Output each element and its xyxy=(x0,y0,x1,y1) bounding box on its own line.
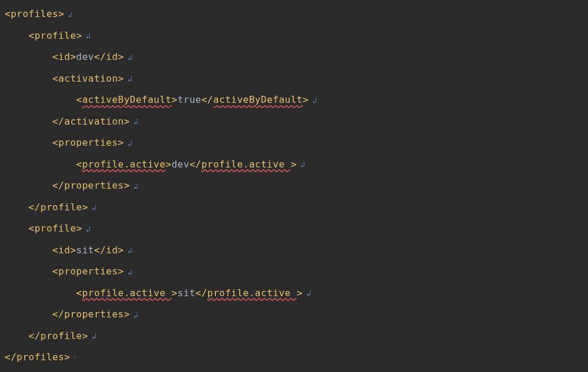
xml-tag[interactable]: profile.active xyxy=(82,159,166,170)
xml-text[interactable]: sit xyxy=(178,287,195,299)
xml-tag[interactable]: profile.active xyxy=(208,287,297,299)
code-line[interactable]: </profiles>◦ xyxy=(5,347,583,368)
indent xyxy=(5,287,76,299)
code-line[interactable]: </profile>↲ xyxy=(5,326,583,347)
xml-tag[interactable]: activeByDefault xyxy=(213,94,303,105)
newline-icon: ↲ xyxy=(303,283,312,304)
newline-icon: ↲ xyxy=(124,133,133,154)
xml-tag[interactable]: > xyxy=(172,94,178,105)
code-line[interactable]: <id>dev</id>↲ xyxy=(5,46,583,68)
xml-tag[interactable]: <profile> xyxy=(29,223,82,234)
indent xyxy=(5,159,76,170)
xml-tag[interactable]: </ xyxy=(189,159,201,170)
code-line[interactable]: </activation>↲ xyxy=(5,111,583,133)
code-line[interactable]: <profile.active >sit</profile.active >↲ xyxy=(5,283,583,304)
xml-text[interactable]: dev xyxy=(172,159,189,170)
newline-icon: ↲ xyxy=(88,197,97,218)
xml-tag[interactable]: profile.active xyxy=(82,287,172,299)
indent xyxy=(5,330,29,341)
newline-icon: ↲ xyxy=(124,68,133,89)
newline-icon: ↲ xyxy=(124,240,133,261)
xml-tag[interactable]: < xyxy=(76,287,82,299)
xml-tag[interactable]: <properties> xyxy=(52,137,124,148)
xml-tag[interactable]: > xyxy=(172,287,178,299)
newline-icon: ↲ xyxy=(124,262,133,283)
indent xyxy=(5,73,52,84)
indent xyxy=(5,180,52,191)
xml-text[interactable]: dev xyxy=(76,51,94,62)
code-line[interactable]: <activeByDefault>true</activeByDefault>↲ xyxy=(5,89,583,111)
xml-tag[interactable]: > xyxy=(166,159,172,170)
xml-tag[interactable]: </ xyxy=(201,94,213,105)
indent xyxy=(5,116,52,127)
xml-tag[interactable]: </properties> xyxy=(52,180,130,191)
xml-tag[interactable]: > xyxy=(290,159,296,170)
indent xyxy=(5,51,52,62)
code-line[interactable]: <activation>↲ xyxy=(5,68,583,90)
xml-tag[interactable]: </activation> xyxy=(52,116,130,127)
newline-icon: ↲ xyxy=(130,304,139,326)
caret-icon: ◦ xyxy=(70,347,77,368)
newline-icon: ↲ xyxy=(309,90,318,111)
newline-icon: ↲ xyxy=(124,47,133,68)
xml-tag[interactable]: < xyxy=(76,159,82,170)
xml-tag[interactable]: <profiles> xyxy=(5,8,64,19)
xml-tag[interactable]: </properties> xyxy=(52,309,130,320)
xml-tag[interactable]: activeByDefault xyxy=(82,94,172,105)
indent xyxy=(5,94,76,105)
xml-tag[interactable]: </profile> xyxy=(29,202,88,213)
indent xyxy=(5,266,52,277)
code-line[interactable]: <properties>↲ xyxy=(5,261,583,283)
xml-text[interactable]: sit xyxy=(76,244,94,256)
xml-tag[interactable]: <profile> xyxy=(29,30,82,41)
code-line[interactable]: <profile>↲ xyxy=(5,25,583,47)
code-line[interactable]: <properties>↲ xyxy=(5,132,583,154)
indent xyxy=(5,202,29,213)
code-line[interactable]: <id>sit</id>↲ xyxy=(5,240,583,262)
indent xyxy=(5,137,52,148)
newline-icon: ↲ xyxy=(82,219,91,240)
newline-icon: ↲ xyxy=(130,111,139,132)
code-editor[interactable]: <profiles>↲ <profile>↲ <id>dev</id>↲ <ac… xyxy=(0,0,588,368)
xml-tag[interactable]: </profile> xyxy=(29,330,88,341)
newline-icon: ↲ xyxy=(82,25,91,46)
newline-icon: ↲ xyxy=(64,4,73,25)
newline-icon: ↲ xyxy=(130,176,139,197)
code-line[interactable]: </profile>↲ xyxy=(5,197,583,219)
newline-icon: ↲ xyxy=(297,154,306,175)
xml-tag[interactable]: </id> xyxy=(94,51,124,62)
xml-tag[interactable]: </ xyxy=(195,287,207,299)
code-line[interactable]: </properties>↲ xyxy=(5,175,583,197)
indent xyxy=(5,223,29,234)
indent xyxy=(5,30,29,41)
xml-tag[interactable]: <id> xyxy=(52,51,76,62)
newline-icon: ↲ xyxy=(88,326,97,347)
xml-tag[interactable]: <activation> xyxy=(52,73,124,84)
xml-tag[interactable]: profile.active xyxy=(201,159,290,170)
indent xyxy=(5,244,52,256)
code-line[interactable]: <profile.active>dev</profile.active >↲ xyxy=(5,154,583,176)
code-line[interactable]: </properties>↲ xyxy=(5,304,583,326)
xml-text[interactable]: true xyxy=(178,94,202,105)
xml-tag[interactable]: < xyxy=(76,94,82,105)
xml-tag[interactable]: <id> xyxy=(52,244,76,256)
code-line[interactable]: <profile>↲ xyxy=(5,218,583,240)
xml-tag[interactable]: > xyxy=(303,94,309,105)
code-line[interactable]: <profiles>↲ xyxy=(5,4,583,25)
xml-tag[interactable]: <properties> xyxy=(52,266,124,277)
indent xyxy=(5,309,52,320)
xml-tag[interactable]: > xyxy=(297,287,303,299)
xml-tag[interactable]: </id> xyxy=(94,244,124,256)
xml-tag[interactable]: </profiles> xyxy=(5,351,70,363)
